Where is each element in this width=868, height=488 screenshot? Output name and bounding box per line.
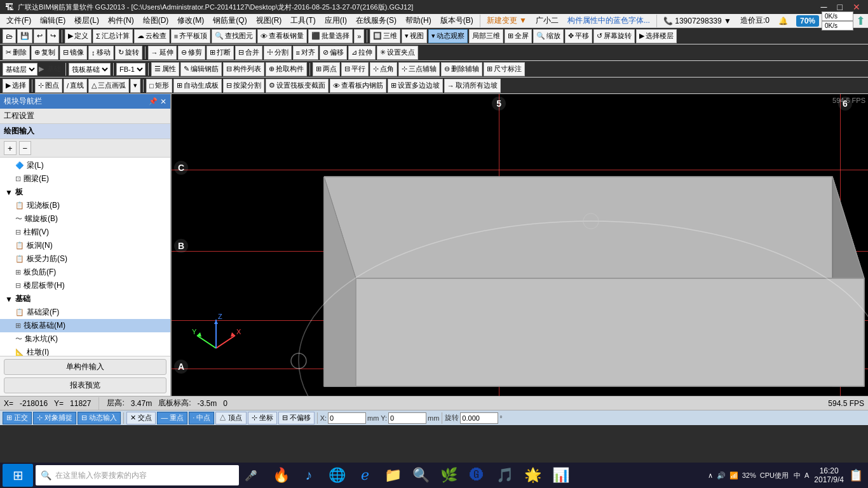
taskbar-app-6[interactable]: 🌿 [436,464,461,487]
panel-close-btn[interactable]: ✕ [160,97,166,106]
tb-component-list[interactable]: ⊟ 构件列表 [223,62,264,76]
notification-area[interactable]: 📋 [849,468,863,482]
snap-endpoint[interactable]: — 重点 [157,412,187,424]
tb-select-floor[interactable]: ▶ 选择楼层 [636,29,677,43]
snap-coord[interactable]: ⊹ 坐标 [248,412,277,424]
tb-trim[interactable]: ⊖ 修剪 [178,46,205,60]
tb-cancel-slope[interactable]: → 取消所有边坡 [444,79,501,93]
ime-lang[interactable]: 中 [794,471,801,480]
taskbar-app-7[interactable]: 🅖 [464,464,489,487]
tree-item[interactable]: 〜螺旋板(B) [0,212,170,226]
tree-item[interactable]: 📋基础梁(F) [0,306,170,319]
snap-dynamic[interactable]: ⊟ 动态输入 [78,412,121,424]
tree-item[interactable]: 📋板受力筋(S) [0,252,170,266]
tree-item[interactable]: 📐柱墩(I) [0,346,170,356]
snap-vertex[interactable]: △ 顶点 [215,412,246,424]
panel-minus-btn[interactable]: − [19,141,32,155]
tb-align[interactable]: ≡ 对齐 [293,46,318,60]
menu-view[interactable]: 视图(R) [252,14,286,27]
menu-bell[interactable]: 🔔 [775,15,792,27]
tb-stretch[interactable]: ⊿ 拉伸 [348,46,376,60]
tb-redo[interactable]: ↪ [47,29,59,43]
tb-dim-mark[interactable]: ⊞ 尺寸标注 [484,62,525,76]
taskbar-app-1[interactable]: 🔥 [268,464,294,487]
layer-select[interactable]: 基础层 [3,63,37,76]
tb-align-top[interactable]: ≡ 齐平板顶 [171,29,210,43]
tb-offset[interactable]: ⊘ 偏移 [320,46,347,60]
menu-rebar[interactable]: 钢筋量(Q) [209,14,250,27]
rotation-input[interactable] [460,412,498,424]
tree-item[interactable]: 〜集水坑(K) [0,332,170,346]
tb-batch-select[interactable]: ⬛ 批量选择 [308,29,353,43]
coord-y-input[interactable] [388,412,426,424]
tb-save[interactable]: 💾 [17,29,32,43]
taskbar-app-ie[interactable]: ℯ [352,464,377,487]
taskbar-search-box[interactable]: 🔍 在这里输入你要搜索的内容 [36,465,239,485]
menu-version[interactable]: 版本号(B) [437,14,477,27]
menu-phone[interactable]: 📞 13907298339 ▼ [660,15,735,27]
tb-merge[interactable]: ⊟ 合并 [235,46,262,60]
tray-network[interactable]: 📶 [729,471,738,480]
tb-draw-point[interactable]: ⊹ 图点 [35,79,62,93]
menu-edit[interactable]: 编辑(E) [36,14,69,27]
taskbar-app-10[interactable]: 📊 [548,464,573,487]
menu-draw[interactable]: 绘图(D) [139,14,173,27]
tb-three-point-axis[interactable]: ⊹ 三点辅轴 [398,62,440,76]
tray-arrow[interactable]: ∧ [708,471,713,480]
taskbar-app-9[interactable]: 🌟 [520,464,545,487]
tb-dynamic-observe[interactable]: ▾ 动态观察 [428,29,468,43]
tb-delete[interactable]: ✂ 删除 [3,46,30,60]
tb-property[interactable]: ☰ 属性 [151,62,179,76]
menu-help[interactable]: 帮助(H) [402,14,435,27]
tb-screen-rotate[interactable]: ↺ 屏幕旋转 [593,29,635,43]
snap-object[interactable]: ⊹ 对象捕捉 [33,412,76,424]
menu-modify[interactable]: 修改(M) [173,14,208,27]
cortana-mic[interactable]: 🎤 [241,465,261,485]
tb-cloud-check[interactable]: ☁ 云检查 [134,29,170,43]
taskbar-app-3[interactable]: 🌐 [324,464,349,487]
tree-item[interactable]: ⊞板负筋(F) [0,266,170,279]
ime-mode[interactable]: A [804,471,809,479]
snap-intersection[interactable]: ✕ 交点 [126,412,156,424]
tb-draw-dropdown[interactable]: ▾ [130,79,140,93]
tree-item[interactable]: ⊞筏板基础(M) [0,319,170,332]
tb-fullscreen[interactable]: ⊞ 全屏 [505,29,532,43]
tb-define[interactable]: ▶ 定义 [65,29,92,43]
menu-price[interactable]: 造价豆:0 [736,14,773,27]
start-button[interactable]: ⊞ [3,464,33,487]
component-id-select[interactable]: FB-1 [116,63,146,76]
tb-divide[interactable]: ☩ 分割 [264,46,292,60]
viewport-area[interactable]: 5 6 C B A [172,94,868,396]
tree-item[interactable]: 🔷梁(L) [0,159,170,172]
tb-auto-gen-slab[interactable]: ⊞ 自动生成板 [173,79,222,93]
tb-draw-rect[interactable]: □ 矩形 [146,79,172,93]
menu-user[interactable]: 广小二 [532,14,562,27]
tree-item[interactable]: ⊟楼层板带(H) [0,279,170,292]
tb-extend[interactable]: → 延伸 [148,46,177,60]
panel-pin-btn[interactable]: 📌 [149,97,158,106]
menu-component[interactable]: 构件(N) [104,14,138,27]
tb-mirror[interactable]: ⊟ 镜像 [60,46,87,60]
tb-point-angle[interactable]: ⊹ 点角 [370,62,397,76]
tb-set-slope[interactable]: ⊞ 设置多边边坡 [388,79,443,93]
menu-floor[interactable]: 楼层(L) [71,14,103,27]
tb-view-slab-rebar[interactable]: 👁 查看板内钢筋 [330,79,386,93]
tb-pan[interactable]: ✥ 平移 [565,29,592,43]
tb-edit-rebar[interactable]: ✎ 编辑钢筋 [180,62,222,76]
tb-zoom[interactable]: 🔍 缩放 [533,29,564,43]
menu-attr-hint[interactable]: 构件属性中的蓝色字体... [564,14,654,27]
tb-local-3d[interactable]: 局部三维 [469,29,503,43]
menu-apply[interactable]: 应用(I) [321,14,351,27]
tb-find-element[interactable]: 🔍 查找图元 [212,29,256,43]
component-type-select[interactable]: 筏板基础 [69,63,111,76]
taskbar-app-4[interactable]: 📁 [380,464,405,487]
taskbar-app-5[interactable]: 🔍 [408,464,433,487]
snap-ortho[interactable]: ⊞ 正交 [3,412,32,424]
menu-file[interactable]: 文件(F) [3,14,35,27]
tb-draw-arc[interactable]: △ 三点画弧 [88,79,129,93]
tb-two-point[interactable]: ⊞ 两点 [313,62,340,76]
tb-set-raft-section[interactable]: ⚙ 设置筏板变截面 [266,79,329,93]
tb-split-by-beam[interactable]: ⊟ 按梁分割 [223,79,264,93]
menu-new-change[interactable]: 新建变更 ▼ [483,14,531,27]
taskbar-app-8[interactable]: 🎵 [492,464,517,487]
